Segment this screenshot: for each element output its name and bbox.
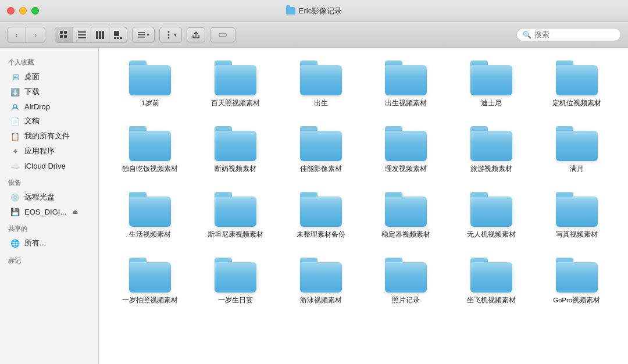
folder-label: 斯坦尼康视频素材 — [208, 230, 263, 239]
folder-label: 断奶视频素材 — [215, 165, 256, 173]
folder-item[interactable]: GoPro视频素材 — [537, 254, 616, 308]
sidebar-item-remotedisk[interactable]: 💿 远程光盘 — [2, 190, 96, 205]
folder-label: 写真视频素材 — [556, 230, 598, 239]
folder-item[interactable]: 迪士尼 — [452, 57, 531, 111]
folder-icon-wrap — [215, 192, 256, 227]
sidebar-label-allfiles: 我的所有文件 — [24, 131, 70, 141]
folder-item[interactable]: 写真视频素材 — [537, 188, 616, 242]
svg-point-17 — [168, 31, 170, 33]
column-view-button[interactable] — [91, 27, 109, 42]
icon-view-button[interactable] — [55, 27, 73, 42]
forward-button[interactable]: › — [26, 27, 45, 42]
folder-icon-wrap — [300, 258, 342, 292]
folder-item[interactable]: 一岁拍照视频素材 — [110, 254, 190, 308]
folder-item[interactable]: 1岁前 — [110, 57, 190, 111]
view-mode-group — [55, 27, 127, 43]
folder-label: 佳能影像素材 — [300, 165, 342, 173]
folder-body — [215, 65, 256, 95]
svg-rect-4 — [78, 31, 86, 33]
sidebar: 个人收藏 🖥 桌面 ⬇️ 下载 AirDrop 📄 文稿 📋 我 — [0, 48, 99, 364]
maximize-button[interactable] — [31, 7, 39, 15]
toolbar: ‹ › ▾ ▾ — [0, 22, 628, 48]
folder-label: 一岁生日宴 — [218, 296, 253, 305]
folder-body — [556, 197, 598, 227]
svg-rect-14 — [138, 32, 145, 33]
sidebar-item-icloud[interactable]: ☁️ iCloud Drive — [2, 159, 96, 173]
sidebar-item-shared[interactable]: 🌐 所有... — [2, 235, 96, 251]
folder-item[interactable]: 理发视频素材 — [366, 123, 446, 177]
sidebar-item-docs[interactable]: 📄 文稿 — [2, 113, 96, 129]
folder-item[interactable]: 旅游视频素材 — [452, 123, 531, 177]
search-box[interactable]: 🔍 — [516, 28, 621, 41]
folder-item[interactable]: 照片记录 — [366, 254, 446, 308]
downloads-icon: ⬇️ — [10, 87, 20, 97]
eject-icon[interactable]: ⏏ — [72, 208, 78, 216]
folder-item[interactable]: 坐飞机视频素材 — [452, 254, 531, 308]
sidebar-item-eos[interactable]: 💾 EOS_DIGI... ⏏ — [2, 205, 96, 219]
folder-item[interactable]: 定机位视频素材 — [537, 57, 616, 111]
folder-item[interactable]: 出生 — [281, 57, 361, 111]
folder-icon-wrap — [215, 258, 256, 292]
folder-body — [470, 197, 512, 227]
folder-item[interactable]: 出生视频素材 — [366, 57, 446, 111]
sidebar-item-desktop[interactable]: 🖥 桌面 — [2, 69, 96, 84]
close-button[interactable] — [7, 7, 15, 15]
folder-icon-wrap — [129, 192, 171, 227]
window-title-area: Eric影像记录 — [286, 6, 342, 16]
arrange-group: ▾ — [132, 27, 155, 43]
sidebar-item-apps[interactable]: ✦ 应用程序 — [2, 144, 96, 159]
folder-item[interactable]: 斯坦尼康视频素材 — [196, 188, 276, 242]
action-button[interactable]: ▾ — [160, 27, 181, 42]
sidebar-item-airdrop[interactable]: AirDrop — [2, 99, 96, 113]
minimize-button[interactable] — [19, 7, 27, 15]
folder-label: 出生 — [314, 99, 328, 108]
folder-item[interactable]: 断奶视频素材 — [196, 123, 276, 177]
nav-buttons: ‹ › — [7, 27, 45, 43]
folder-icon-wrap — [300, 60, 342, 95]
folder-item[interactable]: 独自吃饭视频素材 — [110, 123, 190, 177]
folder-icon-wrap — [556, 258, 598, 292]
folder-item[interactable]: 生活视频素材 — [110, 188, 190, 242]
search-input[interactable] — [534, 30, 615, 39]
svg-rect-9 — [102, 31, 104, 39]
folder-body — [470, 65, 512, 95]
folder-label: 出生视频素材 — [385, 99, 427, 108]
sidebar-label-icloud: iCloud Drive — [24, 162, 66, 170]
gallery-view-button[interactable] — [109, 27, 127, 42]
file-area: 1岁前 百天照视频素材 出生 出生视频素材 迪士尼 定机位视频素材 — [99, 48, 628, 364]
sidebar-item-downloads[interactable]: ⬇️ 下载 — [2, 84, 96, 99]
share-button[interactable] — [187, 27, 205, 42]
folder-label: 未整理素材备份 — [297, 230, 345, 239]
icloud-icon: ☁️ — [10, 161, 20, 170]
back-button[interactable]: ‹ — [8, 27, 26, 42]
svg-rect-5 — [78, 34, 86, 35]
tag-button[interactable] — [210, 27, 236, 42]
folder-item[interactable]: 未整理素材备份 — [281, 188, 361, 242]
folder-body — [129, 131, 171, 161]
svg-point-19 — [168, 37, 170, 38]
sidebar-label-apps: 应用程序 — [24, 146, 55, 156]
list-view-button[interactable] — [73, 27, 91, 42]
folder-icon-wrap — [556, 60, 598, 95]
folder-item[interactable]: 游泳视频素材 — [281, 254, 361, 308]
svg-rect-0 — [60, 31, 63, 34]
sidebar-item-allfiles[interactable]: 📋 我的所有文件 — [2, 129, 96, 144]
folder-item[interactable]: 一岁生日宴 — [196, 254, 276, 308]
folder-icon-wrap — [385, 258, 427, 292]
svg-rect-21 — [219, 33, 227, 37]
svg-rect-7 — [96, 31, 98, 39]
folder-body — [129, 262, 171, 292]
folder-item[interactable]: 佳能影像素材 — [281, 123, 361, 177]
folder-body — [385, 65, 427, 95]
folder-body — [300, 131, 342, 161]
folder-item[interactable]: 满月 — [537, 123, 616, 177]
folder-label: 1岁前 — [141, 99, 159, 108]
folder-item[interactable]: 无人机视频素材 — [452, 188, 531, 242]
folder-icon-wrap — [385, 60, 427, 95]
folder-item[interactable]: 稳定器视频素材 — [366, 188, 446, 242]
arrange-button[interactable]: ▾ — [133, 27, 154, 42]
sidebar-label-shared: 所有... — [24, 238, 46, 248]
folder-item[interactable]: 百天照视频素材 — [196, 57, 276, 111]
folder-body — [385, 197, 427, 227]
folder-label: 迪士尼 — [481, 99, 502, 108]
